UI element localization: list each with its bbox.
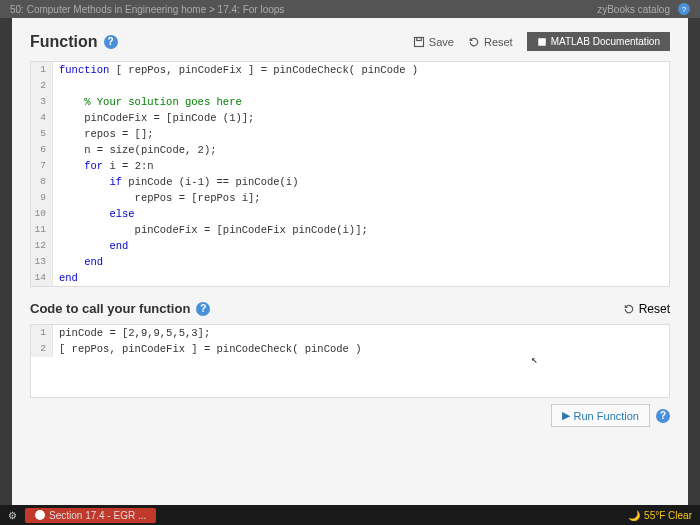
- reset-call-button[interactable]: Reset: [623, 302, 670, 316]
- code-keyword: end: [84, 256, 103, 268]
- code-keyword: function: [59, 64, 109, 76]
- code-text: pinCodeFix = [pinCodeFix pinCode(i)];: [53, 222, 368, 238]
- code-keyword: for: [84, 160, 103, 172]
- call-section-title: Code to call your function: [30, 301, 190, 316]
- line-number: 2: [31, 341, 53, 357]
- reset-button[interactable]: Reset: [468, 36, 513, 48]
- svg-rect-1: [417, 37, 422, 40]
- reset-icon: [623, 303, 635, 315]
- line-number: 5: [31, 126, 53, 142]
- call-code-editor[interactable]: 1pinCode = [2,9,9,5,5,3]; 2[ repPos, pin…: [30, 324, 670, 398]
- run-function-button[interactable]: ▶ Run Function: [551, 404, 650, 427]
- code-text: pinCode (i-1) == pinCode(i): [122, 176, 298, 188]
- line-number: 11: [31, 222, 53, 238]
- line-number: 1: [31, 325, 53, 341]
- code-text: [ repPos, pinCodeFix ] = pinCodeCheck( p…: [109, 64, 418, 76]
- code-keyword: end: [109, 240, 128, 252]
- code-text: repPos = [repPos i];: [53, 190, 261, 206]
- moon-icon: 🌙: [628, 510, 640, 521]
- play-icon: ▶: [562, 409, 570, 422]
- help-icon[interactable]: ?: [104, 35, 118, 49]
- reset-label: Reset: [639, 302, 670, 316]
- line-number: 13: [31, 254, 53, 270]
- code-keyword: else: [109, 208, 134, 220]
- save-button[interactable]: Save: [413, 36, 454, 48]
- help-icon[interactable]: ?: [196, 302, 210, 316]
- line-number: 7: [31, 158, 53, 174]
- code-text: n = size(pinCode, 2);: [53, 142, 217, 158]
- help-circle-icon[interactable]: ?: [678, 3, 690, 15]
- reset-label: Reset: [484, 36, 513, 48]
- help-icon[interactable]: ?: [656, 409, 670, 423]
- matlab-doc-button[interactable]: MATLAB Documentation: [527, 32, 670, 51]
- breadcrumb[interactable]: 50: Computer Methods in Engineering home…: [10, 4, 284, 15]
- tab-label: Section 17.4 - EGR ...: [49, 510, 146, 521]
- browser-tab-bar: 50: Computer Methods in Engineering home…: [0, 0, 700, 18]
- page-content: Function ? Save Reset MATLAB Documentati…: [12, 18, 688, 505]
- run-label: Run Function: [574, 410, 639, 422]
- line-number: 12: [31, 238, 53, 254]
- code-keyword: end: [59, 272, 78, 284]
- reset-icon: [468, 36, 480, 48]
- taskbar: ⚙ Section 17.4 - EGR ... 🌙 55°F Clear: [0, 505, 700, 525]
- code-text: [ repPos, pinCodeFix ] = pinCodeCheck( p…: [53, 341, 361, 357]
- doc-icon: [537, 37, 547, 47]
- code-text: pinCodeFix = [pinCode (1)];: [53, 110, 254, 126]
- code-text: i = 2:n: [103, 160, 153, 172]
- gear-icon[interactable]: ⚙: [8, 510, 17, 521]
- weather-widget[interactable]: 🌙 55°F Clear: [628, 510, 692, 521]
- weather-text: 55°F Clear: [644, 510, 692, 521]
- cursor-icon: ↖: [531, 353, 538, 366]
- taskbar-tab[interactable]: Section 17.4 - EGR ...: [25, 508, 156, 523]
- line-number: 8: [31, 174, 53, 190]
- svg-rect-2: [538, 38, 546, 46]
- line-number: 3: [31, 94, 53, 110]
- doc-label: MATLAB Documentation: [551, 36, 660, 47]
- code-comment: % Your solution goes here: [59, 96, 242, 108]
- browser-icon: [35, 510, 45, 520]
- line-number: 9: [31, 190, 53, 206]
- code-text: repos = [];: [53, 126, 154, 142]
- line-number: 6: [31, 142, 53, 158]
- function-section-title: Function: [30, 33, 98, 51]
- save-icon: [413, 36, 425, 48]
- save-label: Save: [429, 36, 454, 48]
- line-number: 4: [31, 110, 53, 126]
- line-number: 2: [31, 78, 53, 94]
- code-keyword: if: [109, 176, 122, 188]
- line-number: 14: [31, 270, 53, 286]
- code-text: pinCode = [2,9,9,5,5,3];: [53, 325, 210, 341]
- svg-rect-0: [414, 37, 423, 46]
- function-code-editor[interactable]: 1function [ repPos, pinCodeFix ] = pinCo…: [30, 61, 670, 287]
- line-number: 1: [31, 62, 53, 78]
- zybooks-logo[interactable]: zyBooks catalog: [597, 4, 670, 15]
- line-number: 10: [31, 206, 53, 222]
